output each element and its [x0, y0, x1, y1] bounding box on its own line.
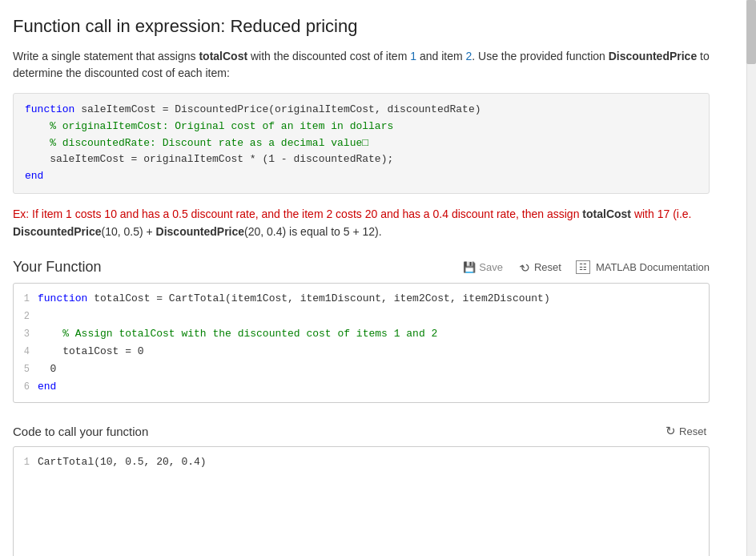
save-button[interactable]: 💾 Save — [460, 260, 506, 275]
matlab-doc-button[interactable]: ☷ MATLAB Documentation — [576, 260, 710, 274]
call-reset-button[interactable]: ↻ Reset — [662, 422, 710, 440]
call-code-area[interactable]: 1 CartTotal(10, 0.5, 20, 0.4) — [14, 447, 709, 556]
page-title: Function call in expression: Reduced pri… — [13, 16, 710, 37]
code-to-call-title: Code to call your function — [13, 425, 662, 438]
code-line-4: 4 totalCost = 0 — [14, 343, 709, 361]
call-reset-icon: ↻ — [666, 424, 676, 438]
save-icon: 💾 — [463, 261, 476, 273]
reset-icon: ↻ — [517, 259, 533, 276]
provided-code-block: function saleItemCost = DiscountedPrice(… — [13, 93, 710, 194]
code-line-5: 5 0 — [14, 361, 709, 378]
toolbar-buttons: 💾 Save ↻ Reset ☷ MATLAB Documentation — [460, 259, 710, 276]
example-text: Ex: If item 1 costs 10 and has a 0.5 dis… — [13, 205, 710, 241]
your-function-title: Your Function — [13, 259, 460, 276]
matlab-doc-icon: ☷ — [576, 260, 590, 274]
code-line-3: 3 % Assign totalCost with the discounted… — [14, 325, 709, 343]
call-code-editor[interactable]: 1 CartTotal(10, 0.5, 20, 0.4) — [13, 446, 710, 556]
reset-button[interactable]: ↻ Reset — [517, 259, 565, 276]
your-function-header: Your Function 💾 Save ↻ Reset ☷ MATLAB Do… — [13, 259, 710, 276]
code-line-2: 2 — [14, 308, 709, 325]
code-to-call-header: Code to call your function ↻ Reset — [13, 422, 710, 440]
description-text: Write a single statement that assigns to… — [13, 48, 710, 82]
call-code-line-1: 1 CartTotal(10, 0.5, 20, 0.4) — [14, 453, 709, 471]
your-function-editor[interactable]: 1 function totalCost = CartTotal(item1Co… — [13, 283, 710, 404]
scrollbar-thumb[interactable] — [746, 0, 756, 64]
your-function-code[interactable]: 1 function totalCost = CartTotal(item1Co… — [14, 284, 709, 403]
code-line-6: 6 end — [14, 378, 709, 396]
code-line-1: 1 function totalCost = CartTotal(item1Co… — [14, 290, 709, 308]
scrollbar-track[interactable] — [746, 0, 756, 556]
